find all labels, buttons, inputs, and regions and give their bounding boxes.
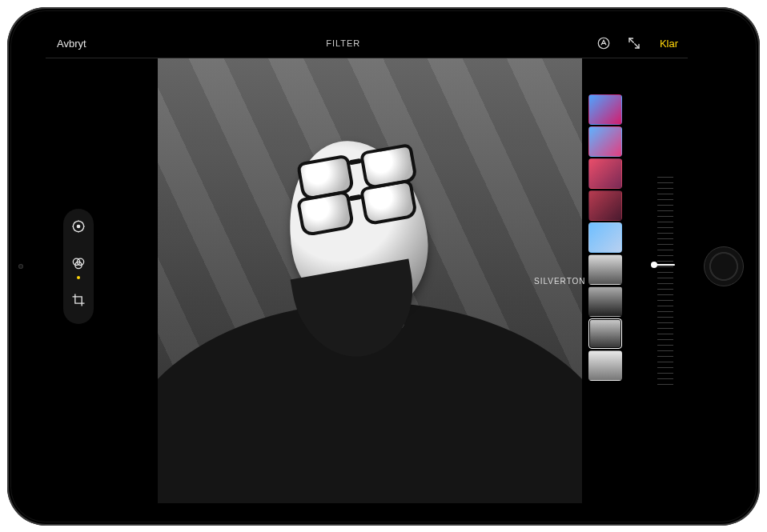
photo-preview[interactable] (158, 58, 582, 503)
crop-tool-icon[interactable] (69, 290, 88, 310)
svg-point-2 (77, 225, 79, 227)
front-camera-sensor (18, 264, 23, 269)
done-button[interactable]: Klar (657, 33, 681, 54)
fullscreen-icon[interactable] (626, 35, 642, 51)
filter-thumb[interactable] (588, 286, 622, 317)
filter-thumb[interactable] (588, 254, 622, 285)
adjust-tool-icon[interactable] (69, 217, 88, 236)
selected-filter-label: SILVERTON (534, 276, 586, 285)
markup-icon[interactable] (596, 35, 612, 51)
filter-panel: SILVERTON (582, 58, 688, 503)
slider-handle[interactable] (656, 264, 675, 266)
edit-tool-rail (46, 30, 158, 503)
filters-tool-icon[interactable] (69, 254, 88, 273)
tool-pill (63, 209, 94, 324)
home-button[interactable] (704, 246, 744, 286)
filter-thumb[interactable] (588, 350, 622, 381)
mode-title: FILTER (91, 38, 596, 48)
filters-dot (77, 276, 80, 279)
filter-thumb[interactable] (588, 190, 622, 221)
slider-ticks (657, 177, 673, 385)
filter-thumbnail-strip[interactable] (588, 94, 622, 467)
app-screen: Avbryt FILTER Klar (46, 30, 688, 503)
filter-thumb[interactable] (588, 222, 622, 253)
filter-intensity-slider[interactable] (657, 177, 673, 385)
ipad-device-frame: Avbryt FILTER Klar (7, 7, 760, 526)
filter-thumb-selected[interactable] (588, 318, 622, 349)
crop-dot (77, 313, 80, 316)
filter-thumb[interactable] (588, 126, 622, 157)
filter-thumb[interactable] (588, 158, 622, 189)
filter-thumb[interactable] (588, 94, 622, 125)
adjust-dot (77, 239, 80, 242)
